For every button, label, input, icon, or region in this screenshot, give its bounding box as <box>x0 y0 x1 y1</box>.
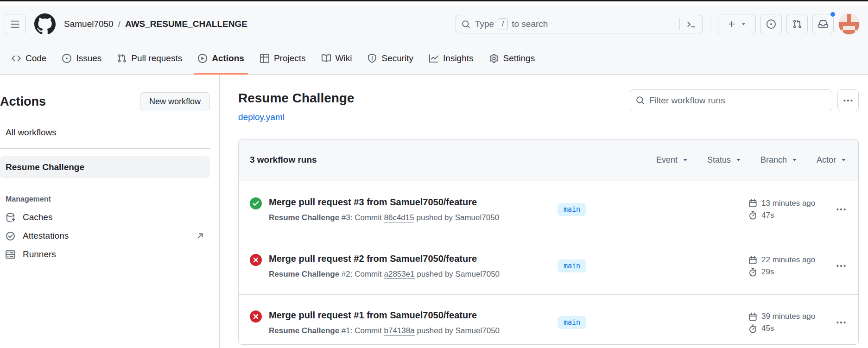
run-subtitle: Resume Challenge #1: Commit b74138a push… <box>269 326 500 335</box>
tab-issues[interactable]: Issues <box>55 43 108 74</box>
run-time-text: 39 minutes ago <box>761 310 815 323</box>
run-duration: 45s <box>748 323 840 335</box>
tab-label: Settings <box>503 53 535 63</box>
terminal-icon <box>687 20 696 29</box>
tab-label: Pull requests <box>131 53 182 63</box>
branch-badge[interactable]: main <box>558 316 586 329</box>
workflow-main: Resume Challenge deploy.yaml 3 workflow <box>220 75 868 348</box>
chevron-down-icon <box>741 21 747 27</box>
header-divider <box>710 18 710 30</box>
identicon-image <box>839 14 859 34</box>
notifications-wrap <box>812 14 834 34</box>
chevron-down-icon <box>840 157 847 164</box>
run-options-button[interactable] <box>836 260 847 272</box>
tab-insights[interactable]: Insights <box>422 43 480 74</box>
sidebar-item-label: Runners <box>23 249 56 259</box>
tab-security[interactable]: Security <box>361 43 420 74</box>
run-timing: 39 minutes ago 45s <box>748 310 840 335</box>
runs-filters: Event Status Branch Actor <box>656 155 847 165</box>
page-title: Resume Challenge <box>238 90 355 106</box>
kebab-horizontal-icon <box>836 261 846 271</box>
filter-actor-dropdown[interactable]: Actor <box>817 155 847 165</box>
commit-link[interactable]: b74138a <box>384 326 415 335</box>
actions-sidebar: Actions New workflow All workflows Resum… <box>0 75 220 348</box>
tab-label: Wiki <box>336 53 352 63</box>
sidebar-item-caches[interactable]: Caches <box>0 208 210 227</box>
search-placeholder: Type / to search <box>475 18 548 30</box>
run-time: 39 minutes ago <box>748 310 840 323</box>
tab-actions[interactable]: Actions <box>191 43 251 74</box>
run-sub-mid: #1: Commit <box>342 326 382 335</box>
run-branch-cell: main <box>558 316 748 329</box>
sidebar-item-runners[interactable]: Runners <box>0 245 210 264</box>
slash-key-hint: / <box>498 18 508 30</box>
new-workflow-button[interactable]: New workflow <box>140 92 210 111</box>
tab-code[interactable]: Code <box>5 43 53 74</box>
workflow-file-link[interactable]: deploy.yaml <box>238 112 285 122</box>
failure-x-icon <box>250 254 262 266</box>
tab-label: Insights <box>443 53 473 63</box>
global-search-input[interactable]: Type / to search <box>456 15 703 33</box>
stopwatch-icon <box>748 324 757 333</box>
filter-event-dropdown[interactable]: Event <box>656 155 689 165</box>
unread-notification-dot <box>830 11 836 18</box>
workflow-run-row: Merge pull request #1 from Samuel7050/fe… <box>239 294 858 345</box>
run-title-link[interactable]: Merge pull request #2 from Samuel7050/fe… <box>269 253 500 265</box>
commit-link[interactable]: a2853e1 <box>384 270 415 278</box>
filter-label: Actor <box>817 155 836 165</box>
code-icon <box>12 54 21 63</box>
workflow-run-row: Merge pull request #3 from Samuel7050/fe… <box>239 181 858 238</box>
commit-link[interactable]: 86c4d15 <box>384 213 414 222</box>
tab-settings[interactable]: Settings <box>482 43 542 74</box>
pull-requests-dashboard-button[interactable] <box>786 14 808 34</box>
sidebar-item-resume-challenge[interactable]: Resume Challenge <box>0 156 210 178</box>
filter-runs-input[interactable] <box>649 95 826 106</box>
run-options-button[interactable] <box>836 317 847 328</box>
tab-projects[interactable]: Projects <box>253 43 313 74</box>
book-icon <box>322 54 331 63</box>
run-time: 22 minutes ago <box>748 254 840 266</box>
breadcrumb-repo[interactable]: AWS_RESUME_CHALLENGE <box>125 19 247 29</box>
filter-label: Branch <box>760 155 787 165</box>
run-duration-text: 47s <box>761 209 774 221</box>
issues-dashboard-button[interactable] <box>760 14 782 34</box>
workflow-title-block: Resume Challenge deploy.yaml <box>238 90 355 122</box>
create-new-button[interactable] <box>718 14 756 34</box>
breadcrumb-owner[interactable]: Samuel7050 <box>64 19 114 29</box>
run-sub-end: pushed by Samuel7050 <box>417 326 500 335</box>
sidebar-item-attestations[interactable]: Attestations <box>0 227 210 245</box>
filter-label: Event <box>656 155 678 165</box>
kebab-horizontal-icon <box>843 95 853 106</box>
search-placeholder-post: to search <box>512 19 548 29</box>
github-logo-icon[interactable] <box>34 13 56 35</box>
command-palette-button[interactable] <box>680 15 702 33</box>
run-sub-end: pushed by Samuel7050 <box>417 270 500 278</box>
chevron-down-icon <box>735 157 742 164</box>
run-options-button[interactable] <box>836 204 847 215</box>
sidebar-item-all-workflows[interactable]: All workflows <box>0 123 210 142</box>
run-title-link[interactable]: Merge pull request #1 from Samuel7050/fe… <box>269 310 500 321</box>
failure-x-icon <box>250 310 262 323</box>
stopwatch-icon <box>748 268 757 277</box>
tab-wiki[interactable]: Wiki <box>315 43 359 74</box>
search-icon <box>462 20 470 29</box>
run-workflow-name: Resume Challenge <box>269 270 339 278</box>
branch-badge[interactable]: main <box>558 259 586 272</box>
filter-branch-dropdown[interactable]: Branch <box>760 155 798 165</box>
app-header: Samuel7050 / AWS_RESUME_CHALLENGE Type /… <box>0 6 868 43</box>
success-check-icon <box>250 197 262 209</box>
workflow-options-button[interactable] <box>837 89 859 111</box>
sidebar-item-label: Attestations <box>23 231 69 241</box>
branch-badge[interactable]: main <box>558 203 586 216</box>
filter-status-dropdown[interactable]: Status <box>707 155 742 165</box>
tab-pull-requests[interactable]: Pull requests <box>110 43 189 74</box>
user-avatar[interactable] <box>838 13 860 35</box>
run-title-link[interactable]: Merge pull request #3 from Samuel7050/fe… <box>269 196 499 208</box>
content: Actions New workflow All workflows Resum… <box>0 75 868 348</box>
tab-label: Security <box>381 53 413 63</box>
run-subtitle: Resume Challenge #3: Commit 86c4d15 push… <box>269 213 499 222</box>
shield-icon <box>367 54 377 63</box>
tab-label: Code <box>25 53 46 63</box>
hamburger-menu-button[interactable] <box>4 14 26 34</box>
runs-count: 3 workflow runs <box>250 155 317 165</box>
